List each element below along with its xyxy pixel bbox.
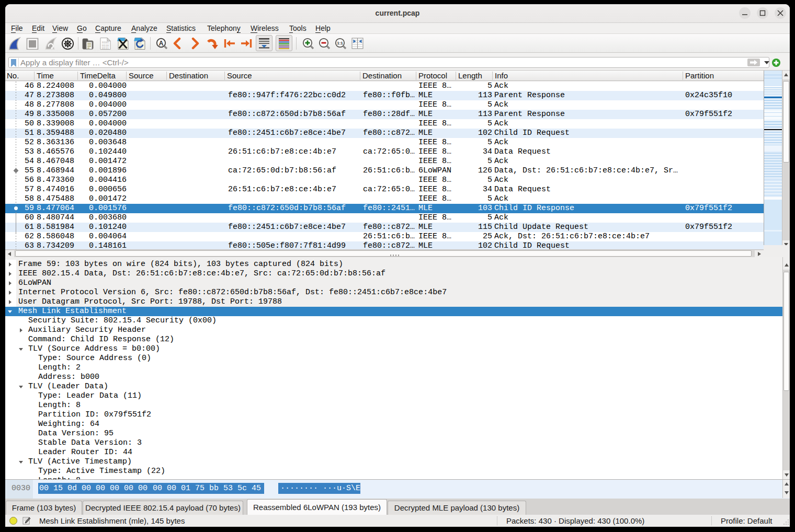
svg-text:0111: 0111: [102, 47, 109, 50]
svg-text:1:1: 1:1: [337, 41, 343, 45]
svg-text:A: A: [159, 40, 164, 47]
